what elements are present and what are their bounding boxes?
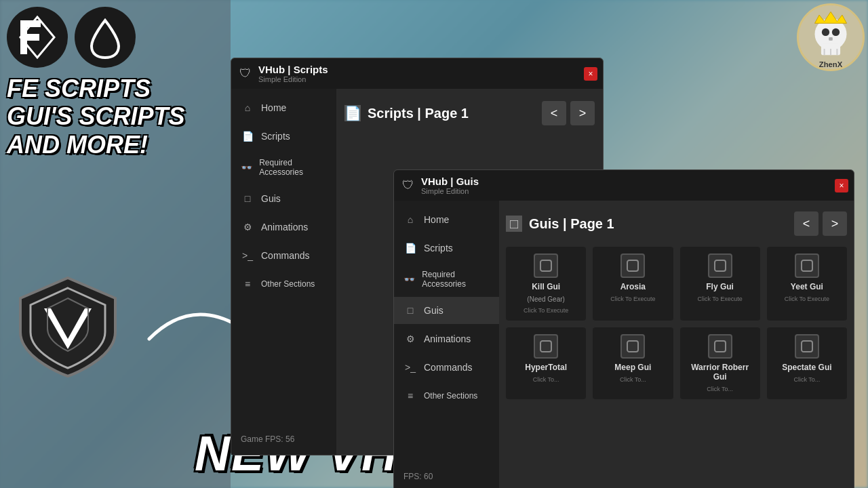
- scripts-page-header: 📄 Scripts | Page 1 < >: [344, 97, 595, 129]
- guis-anim-label: Animations: [424, 333, 471, 344]
- sidebar-item-scripts[interactable]: 📄 Scripts: [231, 123, 336, 150]
- svg-rect-21: [715, 341, 726, 352]
- warrior-roberr-icon: [708, 334, 732, 359]
- vhub-guis-titlebar: 🛡 VHub | Guis Simple Edition ×: [394, 170, 854, 201]
- svg-rect-16: [627, 260, 638, 271]
- kill-gui-name: Kill Gui: [532, 282, 560, 291]
- sidebar-item-home[interactable]: ⌂ Home: [231, 94, 336, 121]
- kill-gui-execute: Click To Execute: [524, 307, 568, 314]
- terminal-icon: >_: [241, 249, 254, 262]
- vhub-guis-subtitle: Simple Edition: [421, 187, 479, 195]
- fe-scripts-text: FE SCRIPTS GUI'S SCRIPTS AND MORE!: [7, 75, 185, 159]
- shield-logo: [14, 271, 122, 380]
- sidebar-item-required-accessories[interactable]: 👓 Required Accessories: [231, 151, 336, 184]
- svg-rect-9: [829, 37, 833, 41]
- guis-sidebar-item-animations[interactable]: ⚙ Animations: [394, 325, 499, 352]
- vhub-scripts-sidebar: ⌂ Home 📄 Scripts 👓 Required Accessories …: [231, 89, 336, 455]
- sidebar-item-animations[interactable]: ⚙ Animations: [231, 214, 336, 241]
- guis-glasses-icon: 👓: [403, 272, 415, 286]
- sidebar-home-label: Home: [261, 102, 286, 113]
- svg-rect-19: [540, 341, 551, 352]
- guis-fps-display: FPS: 60: [394, 466, 499, 487]
- vhub-guis-main: □ Guis | Page 1 < > Kill Gui (Need Gear): [499, 201, 854, 488]
- gui-card-yeet-gui[interactable]: Yeet Gui Click To Execute: [767, 247, 847, 321]
- svg-rect-22: [802, 341, 812, 352]
- vhub-guis-sidebar: ⌂ Home 📄 Scripts 👓 Required Accessories …: [394, 201, 499, 488]
- scripts-prev-button[interactable]: <: [542, 101, 566, 125]
- scripts-next-button[interactable]: >: [570, 101, 595, 125]
- guis-nav-arrows: < >: [794, 211, 847, 236]
- sidebar-item-guis[interactable]: □ Guis: [231, 185, 336, 212]
- guis-square-icon: □: [403, 304, 417, 317]
- warrior-roberr-name: Warrior Roberr Gui: [686, 363, 755, 382]
- guis-sidebar-item-other[interactable]: ≡ Other Sections: [394, 382, 499, 409]
- guis-sidebar-item-guis[interactable]: □ Guis: [394, 297, 499, 324]
- vhub-guis-title-icon: 🛡: [402, 178, 414, 192]
- home-icon: ⌂: [241, 101, 254, 115]
- vhub-scripts-close[interactable]: ×: [584, 67, 597, 81]
- glasses-icon: 👓: [241, 161, 252, 174]
- guis-next-button[interactable]: >: [823, 211, 847, 236]
- arosia-execute: Click To Execute: [610, 296, 655, 302]
- kill-gui-icon: [534, 253, 558, 278]
- guis-sidebar-item-home[interactable]: ⌂ Home: [394, 206, 499, 233]
- guis-page-title-text: Guis | Page 1: [529, 216, 614, 232]
- scripts-nav-arrows: < >: [542, 101, 595, 125]
- guis-grid-row2: HyperTotal Click To... Meep Gui Click To…: [506, 327, 847, 399]
- guis-home-label: Home: [424, 214, 449, 225]
- logos-area: [7, 7, 136, 68]
- square-icon: □: [241, 192, 254, 205]
- vhub-guis-close[interactable]: ×: [835, 179, 848, 192]
- sidebar-item-other-sections[interactable]: ≡ Other Sections: [231, 270, 336, 298]
- guis-guis-label: Guis: [424, 305, 443, 316]
- guis-home-icon: ⌂: [403, 213, 417, 226]
- fe-line1: FE SCRIPTS: [7, 75, 185, 102]
- yeet-gui-icon: [795, 253, 819, 278]
- guis-sidebar-item-commands[interactable]: >_ Commands: [394, 354, 499, 381]
- scripts-page-title-text: Scripts | Page 1: [368, 106, 469, 121]
- guis-other-label: Other Sections: [424, 391, 477, 401]
- drop-logo-icon: [81, 14, 129, 61]
- svg-rect-17: [715, 260, 726, 271]
- guis-script-icon: 📄: [403, 241, 417, 255]
- vhub-scripts-title-icon: 🛡: [239, 66, 252, 81]
- guis-cmd-label: Commands: [424, 362, 473, 373]
- logo-drop: [75, 7, 136, 68]
- guis-prev-button[interactable]: <: [794, 211, 818, 236]
- fps-display: Game FPS: 56: [231, 429, 336, 449]
- guis-sidebar-item-scripts[interactable]: 📄 Scripts: [394, 235, 499, 262]
- guis-scripts-label: Scripts: [424, 243, 453, 253]
- gui-card-warrior-roberr[interactable]: Warrior Roberr Gui Click To...: [680, 327, 760, 399]
- guis-sidebar-item-required[interactable]: 👓 Required Accessories: [394, 263, 499, 296]
- gui-card-meep-gui[interactable]: Meep Gui Click To...: [593, 327, 673, 399]
- svg-point-8: [832, 28, 840, 36]
- vhub-scripts-subtitle: Simple Edition: [258, 75, 328, 83]
- meep-gui-name: Meep Gui: [614, 363, 651, 372]
- meep-gui-icon: [620, 334, 645, 359]
- spectate-execute: Click To...: [793, 376, 820, 383]
- list-icon: ≡: [241, 277, 254, 291]
- spectate-name: Spectate Gui: [782, 363, 831, 372]
- guis-req-label: Required Accessories: [422, 270, 490, 289]
- avatar: ZhenX: [797, 3, 865, 71]
- gui-card-spectate[interactable]: Spectate Gui Click To...: [767, 327, 847, 399]
- gui-card-arosia[interactable]: Arosia Click To Execute: [593, 247, 673, 321]
- svg-rect-18: [802, 260, 812, 271]
- animations-icon: ⚙: [241, 220, 254, 234]
- gui-card-hypertotal[interactable]: HyperTotal Click To...: [506, 327, 586, 399]
- svg-rect-20: [627, 341, 638, 352]
- guis-anim-icon: ⚙: [403, 332, 417, 346]
- fly-gui-execute: Click To Execute: [697, 296, 742, 302]
- warrior-roberr-execute: Click To...: [707, 386, 733, 392]
- sidebar-item-commands[interactable]: >_ Commands: [231, 242, 336, 269]
- vhub-scripts-title: VHub | Scripts: [258, 64, 328, 75]
- gui-card-fly-gui[interactable]: Fly Gui Click To Execute: [680, 247, 760, 321]
- guis-page-title: □ Guis | Page 1: [506, 216, 614, 232]
- logo-f: [7, 7, 68, 68]
- yeet-gui-name: Yeet Gui: [791, 282, 823, 291]
- sidebar-cmd-label: Commands: [261, 250, 310, 261]
- arosia-name: Arosia: [620, 282, 646, 291]
- gui-card-kill-gui[interactable]: Kill Gui (Need Gear) Click To Execute: [506, 247, 586, 321]
- sidebar-guis-label: Guis: [261, 193, 281, 204]
- svg-text:ZhenX: ZhenX: [819, 60, 843, 68]
